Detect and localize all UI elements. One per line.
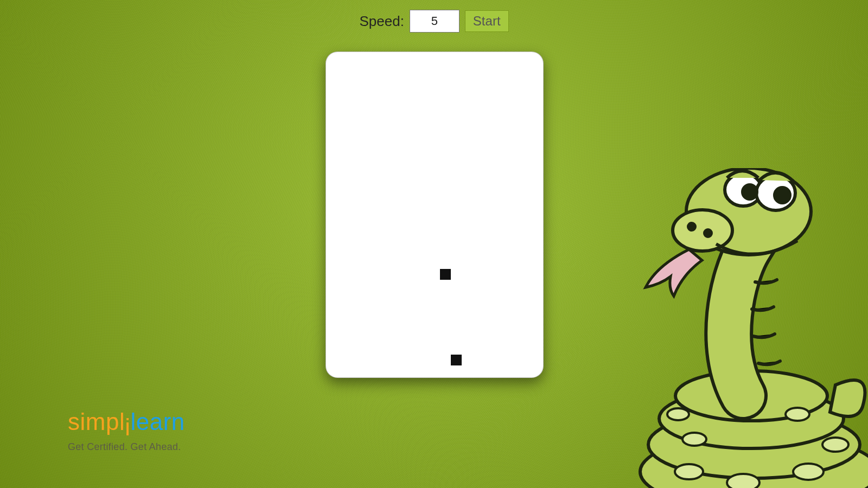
control-bar: Speed: Start xyxy=(0,10,868,33)
brand-tagline: Get Certified. Get Ahead. xyxy=(68,441,185,453)
brand-wordmark: simplilearn xyxy=(68,410,185,434)
brand-part1: simpl xyxy=(68,408,125,435)
snake-cell xyxy=(440,269,451,280)
speed-label: Speed: xyxy=(359,13,404,30)
brand-part2: learn xyxy=(130,408,184,435)
start-button[interactable]: Start xyxy=(465,10,509,32)
food-cell xyxy=(451,355,462,365)
brand-logo: simplilearn Get Certified. Get Ahead. xyxy=(68,410,185,453)
brand-i: i xyxy=(125,415,130,439)
game-board[interactable] xyxy=(326,52,544,378)
speed-input[interactable] xyxy=(410,10,459,33)
